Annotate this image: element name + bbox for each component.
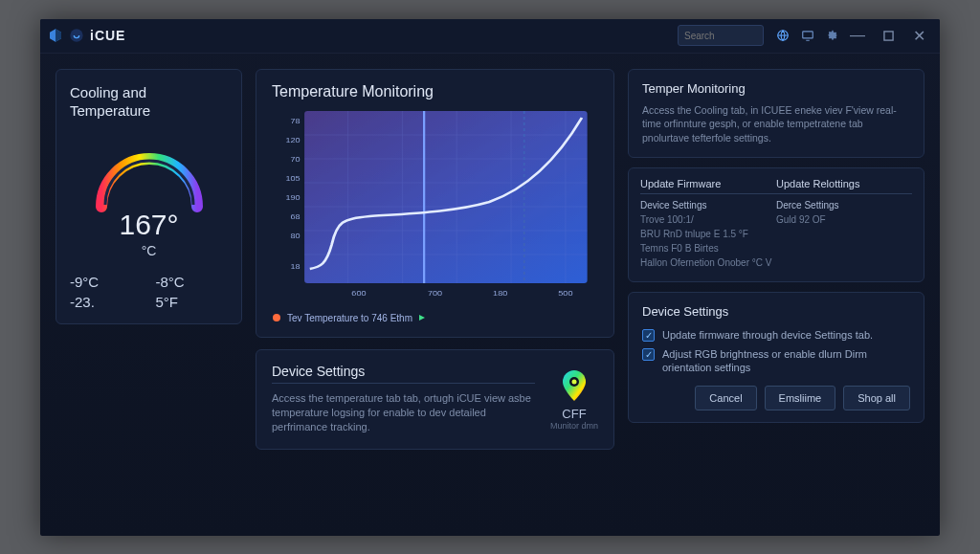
svg-text:180: 180	[493, 288, 507, 297]
chart-panel: Temperature Monitoring	[256, 69, 614, 338]
checkbox-firmware[interactable]	[642, 329, 655, 342]
reading-1: -9°C	[70, 274, 143, 290]
content-area: Cooling and Temperature 16	[40, 54, 940, 536]
temp-readings: -9°C -8°C -23. 5°F	[70, 274, 228, 310]
app-title: iCUE	[90, 28, 125, 43]
th-1[interactable]: Update Firmware	[640, 178, 776, 189]
titlebar: iCUE ― ✕	[40, 19, 940, 54]
cell	[776, 243, 912, 254]
cooling-panel: Cooling and Temperature 16	[56, 69, 242, 324]
checkbox-rgb[interactable]	[642, 348, 655, 361]
reading-4: 5°F	[156, 294, 229, 310]
svg-text:120: 120	[285, 135, 300, 144]
svg-text:80: 80	[290, 231, 300, 239]
monitor-icon[interactable]	[800, 28, 815, 43]
temp-main-unit: °C	[142, 243, 157, 258]
brand: iCUE	[48, 28, 125, 43]
th-2[interactable]: Update Relottings	[776, 178, 912, 189]
check-label-2: Adjust RGB brightness or enable dlurn Di…	[662, 347, 910, 375]
shop-all-button[interactable]: Shop all	[843, 386, 910, 410]
cooling-title: Cooling and Temperature	[70, 83, 228, 121]
right-info-title: Temper Monitoring	[642, 81, 910, 96]
minimize-button[interactable]: ―	[844, 22, 871, 49]
svg-text:78: 78	[290, 116, 300, 124]
cell: Derce Settings	[776, 200, 912, 211]
svg-rect-3	[883, 31, 892, 39]
svg-text:68: 68	[290, 211, 300, 220]
cell: Temns F0 B Birtes	[640, 243, 776, 254]
cell	[776, 257, 912, 268]
svg-text:500: 500	[558, 288, 572, 297]
svg-point-30	[273, 314, 280, 321]
svg-text:600: 600	[351, 288, 366, 297]
legend-text: Tev Temperature to 746 Ethm	[287, 313, 412, 323]
svg-text:700: 700	[428, 288, 442, 297]
cell: Trove 100:1/	[640, 214, 776, 225]
dev-left-desc: Access the temperature tab tab, ortugh i…	[272, 391, 535, 435]
right-info-panel: Temper Monitoring Access the Cooling tab…	[628, 69, 924, 158]
cell: BRU RnD tnlupe E 1.5 °F	[640, 229, 776, 239]
globe-icon[interactable]	[775, 28, 791, 43]
cell: Device Settings	[640, 200, 776, 211]
cell	[776, 229, 912, 239]
dev-left-title: Device Settings	[272, 364, 535, 379]
pin-icon	[557, 368, 591, 403]
app-window: iCUE ― ✕ Cooling and Temperature	[40, 19, 940, 536]
svg-text:18: 18	[290, 261, 300, 270]
reading-3: -23.	[70, 294, 143, 310]
svg-point-0	[70, 29, 82, 41]
temperature-chart[interactable]: 7812070 10519068 8018 600700 180500	[272, 106, 598, 307]
close-button[interactable]: ✕	[905, 22, 932, 49]
chart-title: Temperature Monitoring	[272, 83, 598, 100]
device-settings-left-panel: Device Settings Access the temperature t…	[256, 349, 614, 450]
svg-text:190: 190	[285, 192, 300, 201]
maximize-button[interactable]	[875, 22, 902, 49]
firmware-table: Update Firmware Update Relottings Device…	[628, 167, 924, 282]
play-icon	[418, 314, 426, 321]
cancel-button[interactable]: Cancel	[695, 386, 756, 410]
flame-icon	[272, 313, 281, 322]
gear-icon[interactable]	[825, 28, 840, 43]
reading-2: -8°C	[156, 274, 229, 290]
app-logo-icon	[69, 28, 84, 43]
right-info-desc: Access the Cooling tab, in ICUEE eneke v…	[642, 103, 910, 145]
cell: Hallon Ofernetion Onober °C V	[640, 257, 776, 268]
temp-gauge: 167° °C	[70, 130, 228, 258]
check-label-1: Update firmware through device Settings …	[662, 328, 873, 342]
brand-label: CFF	[562, 407, 586, 421]
settings-right-title: Device Settings	[642, 304, 910, 319]
svg-rect-4	[304, 111, 588, 283]
svg-text:70: 70	[290, 154, 300, 163]
emsliime-button[interactable]: Emsliime	[765, 386, 836, 410]
device-settings-right-panel: Device Settings Update firmware through …	[628, 292, 924, 424]
search-input[interactable]	[678, 25, 764, 46]
brand-badge: CFF Munitor dmn	[550, 368, 598, 431]
cube-icon	[48, 28, 63, 43]
brand-sub: Munitor dmn	[550, 421, 598, 431]
cell: Guld 92 OF	[776, 214, 912, 225]
chart-legend: Tev Temperature to 746 Ethm	[272, 313, 598, 323]
svg-point-32	[571, 379, 576, 384]
svg-rect-2	[803, 32, 813, 38]
temp-main-value: 167°	[119, 209, 178, 241]
toolbar-icons	[775, 28, 840, 43]
svg-text:105: 105	[285, 173, 300, 182]
divider	[272, 383, 535, 384]
